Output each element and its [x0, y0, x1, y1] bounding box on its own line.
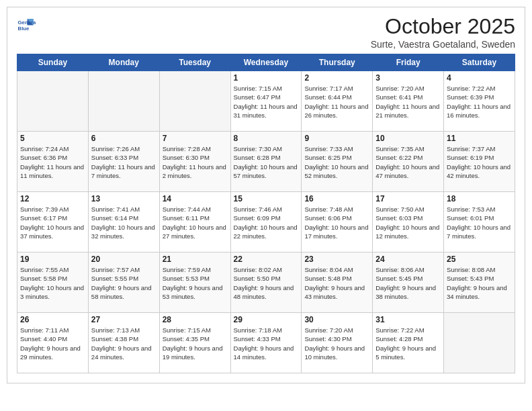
- cell-info: Sunrise: 7:35 AMSunset: 6:22 PMDaylight:…: [375, 144, 441, 180]
- cell-info: Sunrise: 7:13 AMSunset: 4:38 PMDaylight:…: [91, 326, 157, 361]
- cal-cell: 24Sunrise: 8:06 AMSunset: 5:45 PMDayligh…: [373, 253, 444, 313]
- day-number: 17: [375, 194, 441, 203]
- cal-cell: 20Sunrise: 7:57 AMSunset: 5:55 PMDayligh…: [88, 253, 159, 313]
- day-number: 29: [234, 315, 299, 324]
- day-number: 20: [91, 255, 157, 264]
- cal-cell: 8Sunrise: 7:30 AMSunset: 6:28 PMDaylight…: [230, 132, 302, 192]
- cell-info: Sunrise: 7:59 AMSunset: 5:53 PMDaylight:…: [163, 265, 228, 301]
- calendar-title: October 2025: [371, 14, 515, 39]
- calendar-table: SundayMondayTuesdayWednesdayThursdayFrid…: [17, 54, 515, 373]
- week-row-2: 5Sunrise: 7:24 AMSunset: 6:36 PMDaylight…: [17, 132, 515, 192]
- day-number: 14: [163, 194, 228, 203]
- week-row-5: 26Sunrise: 7:11 AMSunset: 4:40 PMDayligh…: [17, 313, 515, 373]
- cell-info: Sunrise: 8:04 AMSunset: 5:48 PMDaylight:…: [304, 265, 369, 301]
- cal-cell: 10Sunrise: 7:35 AMSunset: 6:22 PMDayligh…: [373, 132, 444, 192]
- day-header-monday: Monday: [88, 54, 159, 71]
- day-number: 3: [375, 73, 441, 83]
- cal-cell: 6Sunrise: 7:26 AMSunset: 6:33 PMDaylight…: [88, 132, 159, 192]
- day-number: 19: [20, 255, 85, 264]
- cal-cell: 11Sunrise: 7:37 AMSunset: 6:19 PMDayligh…: [444, 132, 515, 192]
- day-number: 30: [304, 315, 369, 324]
- day-header-saturday: Saturday: [444, 54, 515, 71]
- cell-info: Sunrise: 7:46 AMSunset: 6:09 PMDaylight:…: [234, 205, 299, 240]
- cell-info: Sunrise: 7:39 AMSunset: 6:17 PMDaylight:…: [20, 205, 85, 240]
- cell-info: Sunrise: 7:26 AMSunset: 6:33 PMDaylight:…: [91, 144, 157, 180]
- cal-cell: 21Sunrise: 7:59 AMSunset: 5:53 PMDayligh…: [159, 253, 230, 313]
- day-number: 5: [20, 134, 85, 143]
- week-row-4: 19Sunrise: 7:55 AMSunset: 5:58 PMDayligh…: [17, 253, 515, 313]
- day-number: 8: [234, 134, 299, 143]
- cal-cell: [159, 71, 230, 132]
- cal-cell: 29Sunrise: 7:18 AMSunset: 4:33 PMDayligh…: [230, 313, 302, 373]
- day-number: 9: [304, 134, 369, 143]
- cell-info: Sunrise: 7:24 AMSunset: 6:36 PMDaylight:…: [20, 144, 85, 180]
- cal-cell: [88, 71, 159, 132]
- cell-info: Sunrise: 7:11 AMSunset: 4:40 PMDaylight:…: [20, 326, 85, 361]
- day-number: 26: [20, 315, 85, 324]
- cal-cell: 5Sunrise: 7:24 AMSunset: 6:36 PMDaylight…: [17, 132, 89, 192]
- cell-info: Sunrise: 7:22 AMSunset: 6:39 PMDaylight:…: [447, 84, 512, 120]
- day-number: 6: [91, 134, 157, 143]
- header: General Blue October 2025 Surte, Vaestra…: [17, 14, 515, 50]
- cal-cell: 3Sunrise: 7:20 AMSunset: 6:41 PMDaylight…: [373, 71, 444, 132]
- cal-cell: 13Sunrise: 7:41 AMSunset: 6:14 PMDayligh…: [88, 192, 159, 253]
- cell-info: Sunrise: 8:02 AMSunset: 5:50 PMDaylight:…: [234, 265, 299, 301]
- cell-info: Sunrise: 7:28 AMSunset: 6:30 PMDaylight:…: [163, 144, 228, 180]
- day-number: 7: [163, 134, 228, 143]
- calendar-subtitle: Surte, Vaestra Goetaland, Sweden: [371, 39, 515, 50]
- cal-cell: 7Sunrise: 7:28 AMSunset: 6:30 PMDaylight…: [159, 132, 230, 192]
- cal-cell: 2Sunrise: 7:17 AMSunset: 6:44 PMDaylight…: [302, 71, 373, 132]
- cal-cell: 30Sunrise: 7:20 AMSunset: 4:30 PMDayligh…: [302, 313, 373, 373]
- day-header-wednesday: Wednesday: [230, 54, 302, 71]
- day-header-thursday: Thursday: [302, 54, 373, 71]
- day-number: 28: [163, 315, 228, 324]
- cal-cell: 17Sunrise: 7:50 AMSunset: 6:03 PMDayligh…: [373, 192, 444, 253]
- cell-info: Sunrise: 8:06 AMSunset: 5:45 PMDaylight:…: [375, 265, 441, 301]
- cell-info: Sunrise: 7:50 AMSunset: 6:03 PMDaylight:…: [375, 205, 441, 240]
- cell-info: Sunrise: 7:41 AMSunset: 6:14 PMDaylight:…: [91, 205, 157, 240]
- day-number: 27: [91, 315, 157, 324]
- cal-cell: 26Sunrise: 7:11 AMSunset: 4:40 PMDayligh…: [17, 313, 89, 373]
- title-block: October 2025 Surte, Vaestra Goetaland, S…: [371, 14, 515, 50]
- cell-info: Sunrise: 7:55 AMSunset: 5:58 PMDaylight:…: [20, 265, 85, 301]
- day-number: 21: [163, 255, 228, 264]
- week-row-3: 12Sunrise: 7:39 AMSunset: 6:17 PMDayligh…: [17, 192, 515, 253]
- cell-info: Sunrise: 7:15 AMSunset: 6:47 PMDaylight:…: [234, 84, 299, 120]
- cal-cell: [17, 71, 89, 132]
- logo: General Blue: [17, 17, 38, 36]
- cal-cell: 22Sunrise: 8:02 AMSunset: 5:50 PMDayligh…: [230, 253, 302, 313]
- day-number: 12: [20, 194, 85, 203]
- cal-cell: 31Sunrise: 7:22 AMSunset: 4:28 PMDayligh…: [373, 313, 444, 373]
- cell-info: Sunrise: 7:17 AMSunset: 6:44 PMDaylight:…: [304, 84, 369, 120]
- cell-info: Sunrise: 7:20 AMSunset: 6:41 PMDaylight:…: [375, 84, 441, 120]
- day-number: 10: [375, 134, 441, 143]
- cal-cell: 27Sunrise: 7:13 AMSunset: 4:38 PMDayligh…: [88, 313, 159, 373]
- cal-cell: 16Sunrise: 7:48 AMSunset: 6:06 PMDayligh…: [302, 192, 373, 253]
- cell-info: Sunrise: 7:48 AMSunset: 6:06 PMDaylight:…: [304, 205, 369, 240]
- cell-info: Sunrise: 7:20 AMSunset: 4:30 PMDaylight:…: [304, 326, 369, 361]
- day-header-friday: Friday: [373, 54, 444, 71]
- cell-info: Sunrise: 7:30 AMSunset: 6:28 PMDaylight:…: [234, 144, 299, 180]
- cell-info: Sunrise: 7:22 AMSunset: 4:28 PMDaylight:…: [375, 326, 441, 361]
- cal-cell: 23Sunrise: 8:04 AMSunset: 5:48 PMDayligh…: [302, 253, 373, 313]
- cal-cell: 25Sunrise: 8:08 AMSunset: 5:43 PMDayligh…: [444, 253, 515, 313]
- day-number: 13: [91, 194, 157, 203]
- day-header-sunday: Sunday: [17, 54, 89, 71]
- day-number: 15: [234, 194, 299, 203]
- cal-cell: 18Sunrise: 7:53 AMSunset: 6:01 PMDayligh…: [444, 192, 515, 253]
- cal-cell: 9Sunrise: 7:33 AMSunset: 6:25 PMDaylight…: [302, 132, 373, 192]
- cal-cell: 12Sunrise: 7:39 AMSunset: 6:17 PMDayligh…: [17, 192, 89, 253]
- day-number: 18: [447, 194, 512, 203]
- cell-info: Sunrise: 7:33 AMSunset: 6:25 PMDaylight:…: [304, 144, 369, 180]
- day-number: 2: [304, 73, 369, 83]
- cal-cell: 19Sunrise: 7:55 AMSunset: 5:58 PMDayligh…: [17, 253, 89, 313]
- cell-info: Sunrise: 8:08 AMSunset: 5:43 PMDaylight:…: [447, 265, 512, 301]
- day-header-row: SundayMondayTuesdayWednesdayThursdayFrid…: [17, 54, 515, 71]
- day-number: 22: [234, 255, 299, 264]
- cell-info: Sunrise: 7:53 AMSunset: 6:01 PMDaylight:…: [447, 205, 512, 240]
- day-number: 1: [234, 73, 299, 83]
- cal-cell: 28Sunrise: 7:15 AMSunset: 4:35 PMDayligh…: [159, 313, 230, 373]
- cell-info: Sunrise: 7:37 AMSunset: 6:19 PMDaylight:…: [447, 144, 512, 180]
- day-number: 31: [375, 315, 441, 324]
- cell-info: Sunrise: 7:44 AMSunset: 6:11 PMDaylight:…: [163, 205, 228, 240]
